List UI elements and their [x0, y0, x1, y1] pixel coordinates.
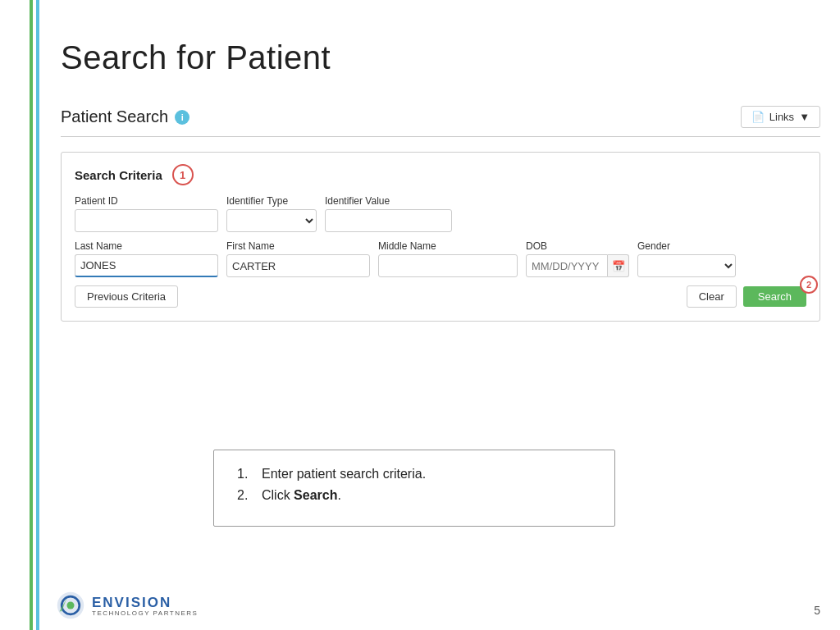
previous-criteria-button[interactable]: Previous Criteria: [75, 285, 178, 308]
dob-group: DOB 📅: [526, 240, 629, 277]
step-badge-1: 1: [172, 164, 194, 185]
identifier-type-label: Identifier Type: [226, 195, 317, 207]
step-1-number: 1.: [237, 467, 253, 482]
middle-name-label: Middle Name: [378, 240, 518, 252]
logo-text: ENVISION TECHNOLOGY PARTNERS: [92, 595, 198, 617]
accent-bar-blue: [36, 0, 39, 630]
dob-label: DOB: [526, 240, 629, 252]
first-name-group: First Name: [226, 240, 370, 277]
identifier-value-label: Identifier Value: [325, 195, 452, 207]
identifier-type-group: Identifier Type: [226, 195, 317, 232]
form-row-2: Last Name First Name Middle Name DOB 📅 G…: [75, 240, 806, 277]
search-criteria-label: Search Criteria: [75, 168, 162, 182]
instructions-box: 1. Enter patient search criteria. 2. Cli…: [213, 450, 615, 527]
step-badge-2: 2: [800, 276, 818, 294]
logo-area: ENVISION TECHNOLOGY PARTNERS: [56, 591, 198, 620]
instruction-step-2: 2. Click Search.: [237, 488, 591, 503]
actions-row: Previous Criteria Clear Search 2: [75, 285, 806, 308]
patient-id-input[interactable]: [75, 209, 218, 232]
gender-select[interactable]: Male Female: [637, 254, 736, 277]
company-name: ENVISION: [92, 595, 198, 611]
patient-search-header: Patient Search i 📄 Links ▼: [61, 106, 820, 137]
step-2-text: Click Search.: [262, 488, 341, 503]
main-content: Search for Patient Patient Search i 📄 Li…: [52, 0, 840, 630]
middle-name-group: Middle Name: [378, 240, 518, 277]
middle-name-input[interactable]: [378, 254, 518, 277]
patient-id-label: Patient ID: [75, 195, 218, 207]
last-name-input[interactable]: [75, 254, 218, 277]
gender-label: Gender: [637, 240, 736, 252]
company-subtitle: TECHNOLOGY PARTNERS: [92, 609, 198, 617]
header-left: Patient Search i: [61, 107, 189, 126]
first-name-label: First Name: [226, 240, 370, 252]
search-button[interactable]: Search: [743, 286, 806, 307]
first-name-input[interactable]: [226, 254, 370, 277]
clear-button[interactable]: Clear: [687, 285, 737, 308]
calendar-icon-button[interactable]: 📅: [608, 254, 629, 277]
last-name-group: Last Name: [75, 240, 218, 277]
links-button[interactable]: 📄 Links ▼: [741, 106, 820, 128]
identifier-value-group: Identifier Value: [325, 195, 452, 232]
step-1-text: Enter patient search criteria.: [262, 467, 426, 482]
dob-wrapper: 📅: [526, 254, 629, 277]
dob-input[interactable]: [526, 254, 608, 277]
form-row-1: Patient ID Identifier Type Identifier Va…: [75, 195, 806, 232]
search-criteria-header: Search Criteria 1: [75, 164, 806, 185]
gender-group: Gender Male Female: [637, 240, 736, 277]
instruction-step-1: 1. Enter patient search criteria.: [237, 467, 591, 482]
step-2-number: 2.: [237, 488, 253, 503]
dropdown-arrow-icon: ▼: [799, 111, 810, 123]
page-title: Search for Patient: [61, 39, 840, 76]
identifier-value-input[interactable]: [325, 209, 452, 232]
instructions-list: 1. Enter patient search criteria. 2. Cli…: [237, 467, 591, 503]
search-panel: Search Criteria 1 Patient ID Identifier …: [61, 152, 820, 322]
document-icon: 📄: [751, 111, 765, 123]
last-name-label: Last Name: [75, 240, 218, 252]
patient-id-group: Patient ID: [75, 195, 218, 232]
svg-point-2: [67, 602, 75, 609]
identifier-type-select[interactable]: [226, 209, 317, 232]
accent-bar-green: [30, 0, 33, 630]
right-actions: Clear Search 2: [687, 285, 806, 308]
info-icon[interactable]: i: [175, 110, 189, 125]
patient-search-title: Patient Search: [61, 107, 168, 126]
envision-logo-icon: [56, 591, 85, 620]
